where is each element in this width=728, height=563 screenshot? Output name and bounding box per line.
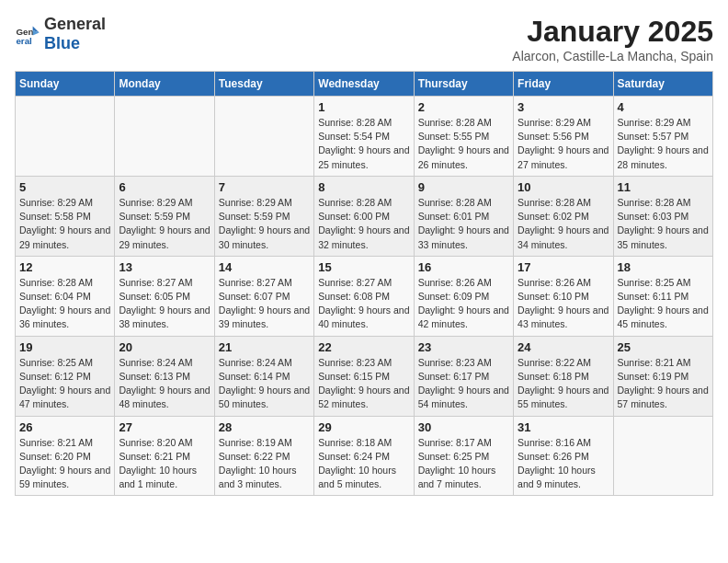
day-number: 7 [219,180,310,194]
day-info: Sunrise: 8:29 AM Sunset: 5:59 PM Dayligh… [119,196,210,252]
calendar-cell: 23Sunrise: 8:23 AM Sunset: 6:17 PM Dayli… [414,336,513,416]
main-title: January 2025 [512,15,713,49]
calendar-cell: 3Sunrise: 8:29 AM Sunset: 5:56 PM Daylig… [514,97,613,177]
calendar-cell: 25Sunrise: 8:21 AM Sunset: 6:19 PM Dayli… [613,336,712,416]
day-number: 4 [618,100,709,114]
calendar-table: SundayMondayTuesdayWednesdayThursdayFrid… [15,71,713,496]
logo-blue: Blue [44,34,80,52]
day-number: 20 [119,340,210,354]
weekday-header-monday: Monday [115,72,214,97]
calendar-cell [214,97,313,177]
header: Gen eral General Blue January 2025 Alarc… [15,15,713,63]
day-info: Sunrise: 8:23 AM Sunset: 6:17 PM Dayligh… [418,356,509,412]
calendar-body: 1Sunrise: 8:28 AM Sunset: 5:54 PM Daylig… [16,97,713,496]
day-info: Sunrise: 8:26 AM Sunset: 6:09 PM Dayligh… [418,276,509,332]
day-info: Sunrise: 8:21 AM Sunset: 6:19 PM Dayligh… [618,356,709,412]
day-number: 11 [618,180,709,194]
calendar-cell: 14Sunrise: 8:27 AM Sunset: 6:07 PM Dayli… [214,256,313,336]
calendar-cell: 6Sunrise: 8:29 AM Sunset: 5:59 PM Daylig… [115,176,214,256]
day-info: Sunrise: 8:22 AM Sunset: 6:18 PM Dayligh… [518,356,609,412]
calendar-cell: 30Sunrise: 8:17 AM Sunset: 6:25 PM Dayli… [414,416,513,496]
day-number: 29 [318,420,409,434]
title-area: January 2025 Alarcon, Castille-La Mancha… [512,15,713,63]
calendar-cell: 4Sunrise: 8:29 AM Sunset: 5:57 PM Daylig… [613,97,712,177]
day-number: 24 [518,340,609,354]
calendar-week-1: 1Sunrise: 8:28 AM Sunset: 5:54 PM Daylig… [16,97,713,177]
day-info: Sunrise: 8:20 AM Sunset: 6:21 PM Dayligh… [119,436,210,492]
day-number: 27 [119,420,210,434]
day-info: Sunrise: 8:29 AM Sunset: 5:57 PM Dayligh… [618,116,709,172]
calendar-cell: 21Sunrise: 8:24 AM Sunset: 6:14 PM Dayli… [214,336,313,416]
day-number: 1 [318,100,409,114]
calendar-cell: 29Sunrise: 8:18 AM Sunset: 6:24 PM Dayli… [314,416,414,496]
day-info: Sunrise: 8:29 AM Sunset: 5:58 PM Dayligh… [19,196,110,252]
day-number: 3 [518,100,609,114]
day-number: 6 [119,180,210,194]
logo: Gen eral General Blue [15,15,106,53]
weekday-header-sunday: Sunday [16,72,115,97]
calendar-cell [613,416,712,496]
day-info: Sunrise: 8:23 AM Sunset: 6:15 PM Dayligh… [318,356,409,412]
calendar-week-3: 12Sunrise: 8:28 AM Sunset: 6:04 PM Dayli… [16,256,713,336]
day-number: 12 [19,260,110,274]
day-number: 31 [518,420,609,434]
day-info: Sunrise: 8:28 AM Sunset: 5:54 PM Dayligh… [318,116,409,172]
day-info: Sunrise: 8:28 AM Sunset: 6:01 PM Dayligh… [418,196,509,252]
calendar-cell: 17Sunrise: 8:26 AM Sunset: 6:10 PM Dayli… [514,256,613,336]
weekday-header-saturday: Saturday [613,72,712,97]
subtitle: Alarcon, Castille-La Mancha, Spain [512,49,713,63]
day-number: 17 [518,260,609,274]
calendar-cell: 7Sunrise: 8:29 AM Sunset: 5:59 PM Daylig… [214,176,313,256]
day-info: Sunrise: 8:28 AM Sunset: 6:02 PM Dayligh… [518,196,609,252]
calendar-cell: 5Sunrise: 8:29 AM Sunset: 5:58 PM Daylig… [16,176,115,256]
logo-text: General Blue [44,15,106,53]
day-info: Sunrise: 8:26 AM Sunset: 6:10 PM Dayligh… [518,276,609,332]
day-number: 18 [618,260,709,274]
calendar-cell: 8Sunrise: 8:28 AM Sunset: 6:00 PM Daylig… [314,176,414,256]
day-info: Sunrise: 8:21 AM Sunset: 6:20 PM Dayligh… [19,436,110,492]
calendar-cell: 11Sunrise: 8:28 AM Sunset: 6:03 PM Dayli… [613,176,712,256]
weekday-header-friday: Friday [514,72,613,97]
day-number: 10 [518,180,609,194]
day-number: 19 [19,340,110,354]
day-number: 22 [318,340,409,354]
calendar-cell: 16Sunrise: 8:26 AM Sunset: 6:09 PM Dayli… [414,256,513,336]
calendar-cell: 22Sunrise: 8:23 AM Sunset: 6:15 PM Dayli… [314,336,414,416]
calendar-cell: 9Sunrise: 8:28 AM Sunset: 6:01 PM Daylig… [414,176,513,256]
calendar-cell: 19Sunrise: 8:25 AM Sunset: 6:12 PM Dayli… [16,336,115,416]
calendar-cell: 28Sunrise: 8:19 AM Sunset: 6:22 PM Dayli… [214,416,313,496]
day-number: 15 [318,260,409,274]
day-info: Sunrise: 8:29 AM Sunset: 5:56 PM Dayligh… [518,116,609,172]
calendar-cell: 1Sunrise: 8:28 AM Sunset: 5:54 PM Daylig… [314,97,414,177]
calendar-cell [16,97,115,177]
day-info: Sunrise: 8:25 AM Sunset: 6:12 PM Dayligh… [19,356,110,412]
calendar-cell [115,97,214,177]
day-number: 30 [418,420,509,434]
weekday-header-thursday: Thursday [414,72,513,97]
calendar-week-4: 19Sunrise: 8:25 AM Sunset: 6:12 PM Dayli… [16,336,713,416]
calendar-cell: 20Sunrise: 8:24 AM Sunset: 6:13 PM Dayli… [115,336,214,416]
day-number: 25 [618,340,709,354]
calendar-cell: 18Sunrise: 8:25 AM Sunset: 6:11 PM Dayli… [613,256,712,336]
weekday-header-tuesday: Tuesday [214,72,313,97]
day-number: 26 [19,420,110,434]
day-info: Sunrise: 8:28 AM Sunset: 5:55 PM Dayligh… [418,116,509,172]
day-info: Sunrise: 8:24 AM Sunset: 6:13 PM Dayligh… [119,356,210,412]
day-number: 23 [418,340,509,354]
day-info: Sunrise: 8:16 AM Sunset: 6:26 PM Dayligh… [518,436,609,492]
logo-icon: Gen eral [15,21,40,47]
calendar-cell: 12Sunrise: 8:28 AM Sunset: 6:04 PM Dayli… [16,256,115,336]
day-number: 16 [418,260,509,274]
calendar-cell: 10Sunrise: 8:28 AM Sunset: 6:02 PM Dayli… [514,176,613,256]
day-info: Sunrise: 8:25 AM Sunset: 6:11 PM Dayligh… [618,276,709,332]
day-info: Sunrise: 8:28 AM Sunset: 6:04 PM Dayligh… [19,276,110,332]
day-info: Sunrise: 8:17 AM Sunset: 6:25 PM Dayligh… [418,436,509,492]
calendar-cell: 15Sunrise: 8:27 AM Sunset: 6:08 PM Dayli… [314,256,414,336]
calendar-cell: 13Sunrise: 8:27 AM Sunset: 6:05 PM Dayli… [115,256,214,336]
day-number: 13 [119,260,210,274]
day-number: 28 [219,420,310,434]
day-info: Sunrise: 8:27 AM Sunset: 6:05 PM Dayligh… [119,276,210,332]
calendar-cell: 26Sunrise: 8:21 AM Sunset: 6:20 PM Dayli… [16,416,115,496]
calendar-cell: 31Sunrise: 8:16 AM Sunset: 6:26 PM Dayli… [514,416,613,496]
day-number: 21 [219,340,310,354]
